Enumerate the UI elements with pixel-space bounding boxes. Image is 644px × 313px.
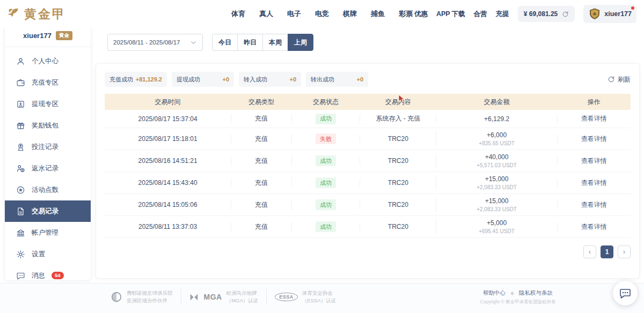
amount-value: +15,000 bbox=[436, 197, 557, 205]
nav-item-6[interactable]: 捕鱼 bbox=[371, 9, 385, 19]
summary-value: +81,129.2 bbox=[136, 76, 162, 83]
cell-transaction-type: 充值 bbox=[231, 156, 291, 166]
status-badge: 成功 bbox=[316, 177, 336, 188]
header-link-3[interactable]: 合营 bbox=[474, 10, 487, 19]
sidebar-item-label: 帐户管理 bbox=[32, 228, 58, 237]
cell-action: 查看详情 bbox=[557, 200, 631, 210]
cell-transaction-amount: +6,000+835.65 USDT bbox=[436, 131, 557, 146]
header-link-2[interactable]: APP 下载 bbox=[436, 10, 465, 19]
cell-transaction-status: 成功 bbox=[291, 221, 360, 232]
cell-transaction-status: 失败 bbox=[291, 133, 360, 144]
view-details-link[interactable]: 查看详情 bbox=[581, 157, 607, 165]
footer-link-1[interactable]: 帮助中心 bbox=[483, 289, 506, 297]
sidebar-item-bet-record[interactable]: 投注记录 bbox=[5, 136, 91, 158]
user-shield-avatar bbox=[588, 8, 601, 20]
bank-icon bbox=[16, 228, 25, 237]
header-quick-links: 优惠APP 下载合营充提 bbox=[414, 10, 509, 19]
refresh-button[interactable]: 刷新 bbox=[608, 75, 631, 84]
amount-value: +5,000 bbox=[436, 219, 557, 227]
withdraw-icon bbox=[16, 100, 25, 109]
cell-transaction-content: TRC20 bbox=[360, 179, 436, 187]
summary-value: +0 bbox=[222, 76, 229, 83]
status-badge: 成功 bbox=[316, 114, 336, 124]
date-range-picker[interactable]: 2025/08/11 - 2025/08/17 bbox=[107, 34, 203, 51]
footer-partner-feyenoord: 费耶诺德足球俱乐部亚洲区域合作伙伴 bbox=[111, 289, 173, 304]
summary-pill-2: 提现成功+0 bbox=[172, 72, 234, 87]
cell-transaction-amount: +40,000+5,571.03 USDT bbox=[436, 153, 557, 168]
nav-item-4[interactable]: 电竞 bbox=[315, 9, 329, 19]
amount-usdt-value: +695.41 USDT bbox=[436, 228, 557, 234]
nav-item-3[interactable]: 电子 bbox=[287, 9, 301, 19]
column-header-6: 操作 bbox=[557, 98, 631, 107]
sidebar-item-user[interactable]: 个人中心 bbox=[5, 50, 91, 72]
user-icon bbox=[16, 57, 25, 66]
amount-value: +15,000 bbox=[436, 175, 557, 183]
gift-icon bbox=[16, 121, 25, 130]
cell-action: 查看详情 bbox=[557, 178, 631, 188]
sidebar-item-message[interactable]: 消息54 bbox=[5, 265, 91, 281]
sidebar-item-wallet[interactable]: 充值专区 bbox=[5, 72, 91, 93]
footer-right: 帮助中心隐私权与条款 Copyright © 黄金甲体育集团版权所有 bbox=[459, 289, 577, 305]
sidebar-item-points[interactable]: 活动点数 bbox=[5, 179, 91, 200]
amount-value: +6,000 bbox=[436, 131, 557, 139]
view-details-link[interactable]: 查看详情 bbox=[581, 179, 607, 187]
filter-button-4[interactable]: 上周 bbox=[288, 34, 313, 51]
filter-controls: 2025/08/11 - 2025/08/17 今日昨日本周上周 bbox=[107, 34, 313, 51]
sidebar-username: xiuer177 bbox=[23, 32, 52, 40]
cell-transaction-content: TRC20 bbox=[360, 135, 436, 143]
live-chat-button[interactable] bbox=[613, 281, 638, 305]
main-nav: 体育真人电子电竞棋牌捕鱼彩票 bbox=[231, 9, 413, 19]
nav-item-7[interactable]: 彩票 bbox=[399, 9, 413, 19]
sidebar-item-gift[interactable]: 奖励钱包 bbox=[5, 115, 91, 136]
partner-description: 费耶诺德足球俱乐部亚洲区域合作伙伴 bbox=[127, 289, 173, 304]
summary-label: 转入成功 bbox=[244, 76, 267, 84]
footer-link-2[interactable]: 隐私权与条款 bbox=[519, 289, 553, 297]
cell-transaction-amount: +5,000+695.41 USDT bbox=[436, 219, 557, 234]
footer-partner-essa: ESSA体育安全协会（ESSA）认证 bbox=[275, 289, 336, 304]
refresh-balance-icon[interactable] bbox=[562, 11, 569, 18]
table-row: 2025/08/16 14:51:21充值成功TRC20+40,000+5,57… bbox=[105, 150, 631, 172]
summary-label: 提现成功 bbox=[177, 76, 200, 84]
footer: 费耶诺德足球俱乐部亚洲区域合作伙伴MGA欧洲马尔他牌（MGA）认证ESSA体育安… bbox=[0, 283, 644, 313]
summary-label: 充值成功 bbox=[109, 76, 133, 84]
feyenoord-logo-icon bbox=[111, 291, 122, 303]
filter-button-3[interactable]: 本周 bbox=[262, 34, 288, 51]
view-details-link[interactable]: 查看详情 bbox=[581, 223, 607, 230]
nav-item-2[interactable]: 真人 bbox=[259, 9, 273, 19]
sidebar-item-withdraw[interactable]: 提现专区 bbox=[5, 93, 91, 115]
pagination: ‹ 1 › bbox=[105, 245, 631, 258]
transactions-table: 交易时间交易类型交易状态交易内容交易金额操作 2025/08/17 15:37:… bbox=[105, 94, 631, 238]
balance-pill[interactable]: ¥ 69,081.25 bbox=[518, 6, 575, 22]
header-link-4[interactable]: 充提 bbox=[496, 10, 509, 19]
transaction-icon bbox=[16, 207, 25, 216]
pagination-page-1[interactable]: 1 bbox=[601, 245, 613, 258]
sidebar-item-label: 设置 bbox=[32, 250, 45, 259]
sidebar-item-gear[interactable]: 设置 bbox=[5, 243, 91, 265]
sidebar-item-transaction[interactable]: 交易记录 bbox=[5, 200, 91, 222]
brand-logo[interactable]: 黄金甲 bbox=[0, 6, 66, 23]
sidebar-item-label: 奖励钱包 bbox=[32, 121, 58, 130]
mga-logo-text: MGA bbox=[204, 293, 222, 301]
pagination-next-button[interactable]: › bbox=[618, 245, 631, 258]
sidebar-item-bank[interactable]: 帐户管理 bbox=[5, 222, 91, 243]
filter-button-1[interactable]: 今日 bbox=[212, 34, 238, 51]
column-header-3: 交易状态 bbox=[291, 98, 360, 107]
nav-item-1[interactable]: 体育 bbox=[231, 9, 245, 19]
view-details-link[interactable]: 查看详情 bbox=[581, 115, 607, 122]
amount-usdt-value: +2,083.33 USDT bbox=[436, 206, 557, 212]
status-badge: 成功 bbox=[316, 199, 336, 210]
cell-transaction-status: 成功 bbox=[291, 177, 360, 188]
sidebar-item-label: 充值专区 bbox=[32, 78, 58, 87]
header-right: 优惠APP 下载合营充提 ¥ 69,081.25 xiuer177 bbox=[414, 5, 644, 23]
view-details-link[interactable]: 查看详情 bbox=[581, 201, 607, 208]
nav-item-5[interactable]: 棋牌 bbox=[343, 9, 357, 19]
user-chip[interactable]: xiuer177 bbox=[583, 5, 636, 23]
header-link-1[interactable]: 优惠 bbox=[414, 10, 428, 19]
filter-button-2[interactable]: 昨日 bbox=[237, 34, 263, 51]
view-details-link[interactable]: 查看详情 bbox=[581, 135, 607, 143]
sidebar-item-rebate[interactable]: 返水记录 bbox=[5, 158, 91, 179]
status-badge: 成功 bbox=[316, 155, 336, 166]
pagination-prev-button[interactable]: ‹ bbox=[583, 245, 596, 258]
cell-transaction-amount: +15,000+2,083.33 USDT bbox=[436, 175, 557, 190]
header-username: xiuer177 bbox=[604, 10, 632, 18]
